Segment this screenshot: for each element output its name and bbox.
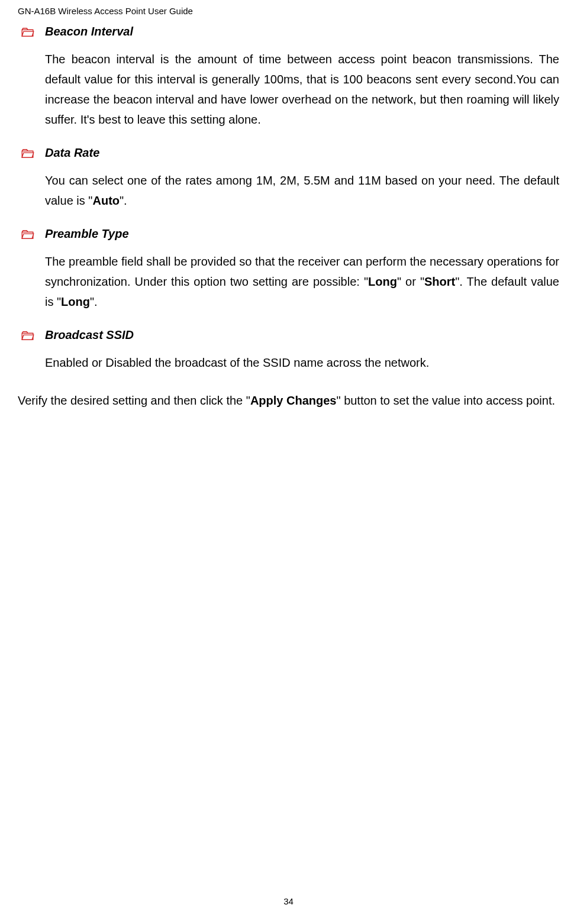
section-title: Broadcast SSID — [45, 328, 134, 342]
document-header: GN-A16B Wireless Access Point User Guide — [18, 6, 559, 16]
section-body: The preamble field shall be provided so … — [45, 251, 559, 312]
folder-icon — [21, 230, 34, 239]
section-body: The beacon interval is the amount of tim… — [45, 49, 559, 130]
section-broadcast-ssid: Broadcast SSID Enabled or Disabled the b… — [18, 328, 559, 373]
section-header: Data Rate — [18, 146, 559, 160]
footer-paragraph: Verify the desired setting and then clic… — [18, 390, 559, 411]
section-title: Beacon Interval — [45, 25, 133, 38]
section-preamble-type: Preamble Type The preamble field shall b… — [18, 227, 559, 312]
section-header: Broadcast SSID — [18, 328, 559, 342]
section-body: Enabled or Disabled the broadcast of the… — [45, 353, 559, 373]
folder-icon — [21, 331, 34, 340]
section-body: You can select one of the rates among 1M… — [45, 170, 559, 211]
section-data-rate: Data Rate You can select one of the rate… — [18, 146, 559, 211]
section-header: Beacon Interval — [18, 25, 559, 38]
folder-icon — [21, 27, 34, 37]
section-title: Preamble Type — [45, 227, 129, 241]
page-number: 34 — [0, 896, 577, 906]
section-title: Data Rate — [45, 146, 99, 160]
section-beacon-interval: Beacon Interval The beacon interval is t… — [18, 25, 559, 130]
section-header: Preamble Type — [18, 227, 559, 241]
folder-icon — [21, 148, 34, 158]
